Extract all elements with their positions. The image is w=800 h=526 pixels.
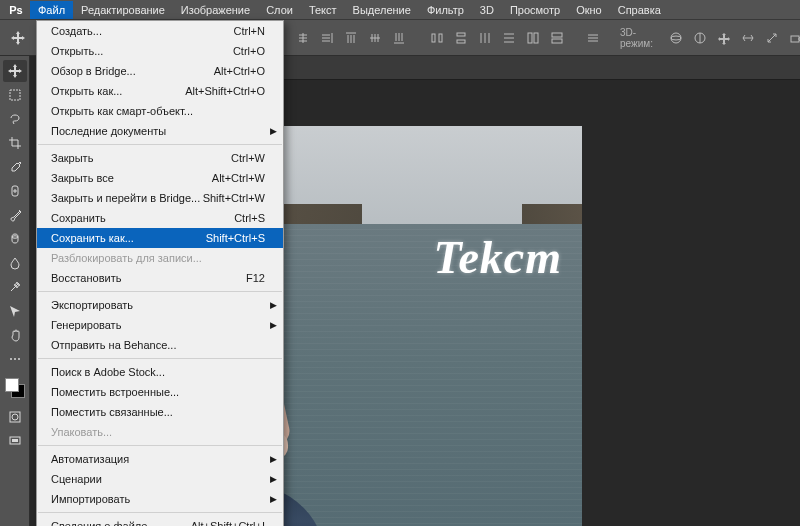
svg-rect-7 [534,33,538,43]
menu-item-открыть-[interactable]: Открыть...Ctrl+O [37,41,283,61]
menu-separator [38,144,282,145]
eyedropper-tool[interactable] [3,156,27,178]
menu-редактирование[interactable]: Редактирование [73,1,173,19]
distribute-6-icon[interactable] [548,29,566,47]
svg-point-16 [12,236,18,238]
menu-item-отправить-на-behance-[interactable]: Отправить на Behance... [37,335,283,355]
distribute-4-icon[interactable] [500,29,518,47]
menu-item-shortcut: F12 [246,272,265,284]
menu-item-shortcut: Ctrl+N [234,25,265,37]
blur-tool[interactable] [3,252,27,274]
orbit-icon[interactable] [667,29,685,47]
menu-item-shortcut: Shift+Ctrl+S [206,232,265,244]
menu-item-label: Генерировать [51,319,265,331]
submenu-arrow-icon: ▶ [270,126,277,136]
menu-item-сохранить[interactable]: СохранитьCtrl+S [37,208,283,228]
menu-item-поместить-связанные-[interactable]: Поместить связанные... [37,402,283,422]
menu-item-label: Автоматизация [51,453,265,465]
menu-item-shortcut: Alt+Ctrl+W [212,172,265,184]
menu-item-закрыть[interactable]: ЗакрытьCtrl+W [37,148,283,168]
path-tool[interactable] [3,300,27,322]
menu-item-открыть-как-смарт-объект-[interactable]: Открыть как смарт-объект... [37,101,283,121]
logo-text: Ps [9,4,22,16]
menu-текст[interactable]: Текст [301,1,345,19]
roll-icon[interactable] [691,29,709,47]
menu-item-shortcut: Alt+Shift+Ctrl+O [185,85,265,97]
menu-item-закрыть-и-перейти-в-bridge-[interactable]: Закрыть и перейти в Bridge...Shift+Ctrl+… [37,188,283,208]
menu-слои[interactable]: Слои [258,1,301,19]
menu-item-label: Сведения о файле... [51,520,191,526]
align-right-icon[interactable] [318,29,336,47]
healing-tool[interactable] [3,180,27,202]
menu-3d[interactable]: 3D [472,1,502,19]
menu-item-label: Сохранить как... [51,232,206,244]
ellipsis-tool[interactable] [3,348,27,370]
menu-item-создать-[interactable]: Создать...Ctrl+N [37,21,283,41]
menu-item-сведения-о-файле-[interactable]: Сведения о файле...Alt+Shift+Ctrl+I [37,516,283,526]
menu-item-label: Отправить на Behance... [51,339,265,351]
menu-item-label: Создать... [51,25,234,37]
color-swatch[interactable] [5,378,25,398]
menu-item-label: Открыть... [51,45,233,57]
marquee-tool[interactable] [3,84,27,106]
menu-выделение[interactable]: Выделение [345,1,419,19]
move-tool[interactable] [3,60,27,82]
submenu-arrow-icon: ▶ [270,320,277,330]
menu-item-shortcut: Alt+Shift+Ctrl+I [191,520,265,526]
menu-item-поиск-в-adobe-stock-[interactable]: Поиск в Adobe Stock... [37,362,283,382]
align-bottom-icon[interactable] [390,29,408,47]
screenmode-tool[interactable] [3,430,27,452]
more-icon[interactable] [586,29,600,47]
menu-item-обзор-в-bridge-[interactable]: Обзор в Bridge...Alt+Ctrl+O [37,61,283,81]
quickmask-tool[interactable] [3,406,27,428]
menu-файл[interactable]: Файл [30,1,73,19]
distribute-5-icon[interactable] [524,29,542,47]
file-menu-dropdown: Создать...Ctrl+NОткрыть...Ctrl+OОбзор в … [36,20,284,526]
lasso-tool[interactable] [3,108,27,130]
magic-wand-tool[interactable] [3,276,27,298]
svg-point-18 [14,358,16,360]
brush-tool[interactable] [3,204,27,226]
menu-item-label: Закрыть и перейти в Bridge... [51,192,203,204]
menu-item-генерировать[interactable]: Генерировать▶ [37,315,283,335]
distribute-h-icon[interactable] [428,29,446,47]
bucket-tool[interactable] [3,228,27,250]
svg-rect-23 [12,439,18,442]
menu-item-закрыть-все[interactable]: Закрыть всеAlt+Ctrl+W [37,168,283,188]
crop-tool[interactable] [3,132,27,154]
hand-tool[interactable] [3,324,27,346]
menu-окно[interactable]: Окно [568,1,610,19]
menu-item-открыть-как-[interactable]: Открыть как...Alt+Shift+Ctrl+O [37,81,283,101]
distribute-v-icon[interactable] [452,29,470,47]
menu-item-восстановить[interactable]: ВосстановитьF12 [37,268,283,288]
slide-icon[interactable] [739,29,757,47]
menu-фильтр[interactable]: Фильтр [419,1,472,19]
pan-icon[interactable] [715,29,733,47]
menu-item-автоматизация[interactable]: Автоматизация▶ [37,449,283,469]
menu-item-label: Открыть как... [51,85,185,97]
menu-справка[interactable]: Справка [610,1,669,19]
svg-rect-14 [10,90,20,100]
align-vcenter-icon[interactable] [366,29,384,47]
camera-icon[interactable] [787,29,800,47]
distribute-3-icon[interactable] [476,29,494,47]
menu-item-поместить-встроенные-[interactable]: Поместить встроенные... [37,382,283,402]
svg-rect-13 [791,36,799,42]
align-hcenter-icon[interactable] [294,29,312,47]
menu-item-label: Сценарии [51,473,265,485]
menu-item-shortcut: Alt+Ctrl+O [214,65,265,77]
menu-item-экспортировать[interactable]: Экспортировать▶ [37,295,283,315]
menu-item-сохранить-как-[interactable]: Сохранить как...Shift+Ctrl+S [37,228,283,248]
menu-item-shortcut: Ctrl+W [231,152,265,164]
menu-item-label: Сохранить [51,212,234,224]
scale-icon[interactable] [763,29,781,47]
align-top-icon[interactable] [342,29,360,47]
menu-изображение[interactable]: Изображение [173,1,258,19]
menu-item-импортировать[interactable]: Импортировать▶ [37,489,283,509]
menu-item-сценарии[interactable]: Сценарии▶ [37,469,283,489]
menu-item-последние-документы[interactable]: Последние документы▶ [37,121,283,141]
svg-rect-6 [528,33,532,43]
text-layer[interactable]: Tekcm [434,231,563,284]
menu-просмотр[interactable]: Просмотр [502,1,568,19]
menu-separator [38,291,282,292]
